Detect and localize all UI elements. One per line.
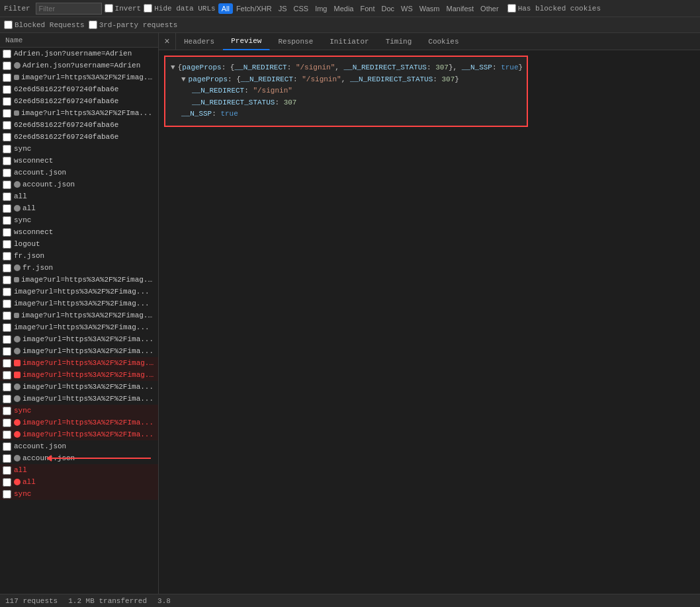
filter-btn-css[interactable]: CSS xyxy=(290,3,312,14)
tab-cookies[interactable]: Cookies xyxy=(420,33,467,50)
item-checkbox[interactable] xyxy=(3,204,11,213)
item-checkbox[interactable] xyxy=(3,490,11,499)
hide-data-urls-checkbox[interactable] xyxy=(144,4,152,13)
filter-btn-media[interactable]: Media xyxy=(330,3,357,14)
item-checkbox[interactable] xyxy=(3,97,11,106)
list-item[interactable]: sync xyxy=(0,214,158,226)
filter-btn-font[interactable]: Font xyxy=(357,3,378,14)
list-item[interactable]: all xyxy=(0,476,158,488)
item-checkbox[interactable] xyxy=(3,478,11,487)
item-checkbox[interactable] xyxy=(3,407,11,415)
list-item[interactable]: image?url=https%3A%2F%2Fima... xyxy=(0,345,158,357)
list-item[interactable]: image?url=https%3A%2F%2Fima... xyxy=(0,393,158,405)
list-item[interactable]: wsconnect xyxy=(0,226,158,238)
filter-btn-all[interactable]: All xyxy=(218,3,233,14)
item-checkbox[interactable] xyxy=(3,466,11,475)
list-item[interactable]: image?url=https%3A%2F%2FIma... xyxy=(0,428,158,440)
tab-preview[interactable]: Preview xyxy=(223,33,270,50)
item-checkbox[interactable] xyxy=(3,181,11,189)
item-checkbox[interactable] xyxy=(3,61,11,70)
list-item[interactable]: Adrien.json?username=Adrien xyxy=(0,60,158,71)
item-checkbox[interactable] xyxy=(3,323,11,332)
item-checkbox[interactable] xyxy=(3,169,11,177)
item-checkbox[interactable] xyxy=(3,264,11,272)
list-item[interactable]: fr.json xyxy=(0,250,158,262)
list-item[interactable]: image?url=https%3A%2F%2Fimag... xyxy=(0,274,158,286)
item-checkbox[interactable] xyxy=(3,109,11,118)
filter-input[interactable] xyxy=(36,3,102,15)
filter-btn-js[interactable]: JS xyxy=(275,3,290,14)
item-checkbox[interactable] xyxy=(3,252,11,261)
item-checkbox[interactable] xyxy=(3,430,11,439)
list-item[interactable]: image?url=https%3A%2F%2Fimag... xyxy=(0,298,158,309)
tab-response[interactable]: Response xyxy=(270,33,322,50)
list-item[interactable]: logout xyxy=(0,238,158,250)
list-item[interactable]: image?url=https%3A%2F%2Fimag... xyxy=(0,71,158,83)
item-checkbox[interactable] xyxy=(3,359,11,368)
filter-btn-wasm[interactable]: Wasm xyxy=(416,3,443,14)
third-party-checkbox[interactable] xyxy=(89,20,97,29)
has-blocked-cookies-label[interactable]: Has blocked cookies xyxy=(507,4,601,13)
list-item[interactable]: image?url=https%3A%2F%2Fima... xyxy=(0,381,158,393)
filter-btn-fetch/xhr[interactable]: Fetch/XHR xyxy=(233,3,275,14)
item-checkbox[interactable] xyxy=(3,240,11,249)
filter-btn-manifest[interactable]: Manifest xyxy=(443,3,478,14)
list-item[interactable]: all xyxy=(0,190,158,202)
list-item[interactable]: sync xyxy=(0,405,158,417)
item-checkbox[interactable] xyxy=(3,157,11,165)
invert-checkbox[interactable] xyxy=(105,4,113,13)
close-panel-button[interactable]: × xyxy=(159,33,176,50)
list-item[interactable]: 62e6d581622f697240faba6e xyxy=(0,95,158,107)
list-item[interactable]: 62e6d581622f697240faba6e xyxy=(0,131,158,143)
tab-initiator[interactable]: Initiator xyxy=(322,33,377,50)
tab-headers[interactable]: Headers xyxy=(176,33,223,50)
list-item[interactable]: image?url=https%3A%2F%2Fimag... xyxy=(0,357,158,369)
request-list-body[interactable]: Adrien.json?username=AdrienAdrien.json?u… xyxy=(0,48,158,594)
item-checkbox[interactable] xyxy=(3,85,11,94)
list-item[interactable]: Adrien.json?username=Adrien xyxy=(0,48,158,60)
invert-checkbox-label[interactable]: Invert xyxy=(105,4,142,13)
filter-btn-doc[interactable]: Doc xyxy=(378,3,398,14)
item-checkbox[interactable] xyxy=(3,371,11,380)
filter-btn-other[interactable]: Other xyxy=(477,3,502,14)
item-checkbox[interactable] xyxy=(3,419,11,427)
list-item[interactable]: image?url=https%3A%2F%2FIma... xyxy=(0,417,158,428)
tab-timing[interactable]: Timing xyxy=(378,33,421,50)
item-checkbox[interactable] xyxy=(3,228,11,237)
third-party-label[interactable]: 3rd-party requests xyxy=(89,20,178,29)
item-checkbox[interactable] xyxy=(3,442,11,451)
list-item[interactable]: account.json xyxy=(0,179,158,190)
list-item[interactable]: image?url=https%3A%2F%2Fimag... xyxy=(0,369,158,381)
list-item[interactable]: all xyxy=(0,202,158,214)
list-item[interactable]: image?url=https%3A%2F%2Fima... xyxy=(0,333,158,345)
list-item[interactable]: image?url=https%3A%2F%2Fimag... xyxy=(0,286,158,298)
item-checkbox[interactable] xyxy=(3,121,11,130)
list-item[interactable]: all xyxy=(0,464,158,476)
item-checkbox[interactable] xyxy=(3,454,11,463)
list-item[interactable]: image?url=https%3A%2F%2Fimag... xyxy=(0,309,158,321)
item-checkbox[interactable] xyxy=(3,216,11,225)
filter-btn-img[interactable]: Img xyxy=(312,3,330,14)
list-item[interactable]: 62e6d581622f697240faba6e xyxy=(0,119,158,131)
blocked-requests-label[interactable]: Blocked Requests xyxy=(4,20,85,29)
item-checkbox[interactable] xyxy=(3,73,11,82)
item-checkbox[interactable] xyxy=(3,383,11,391)
item-checkbox[interactable] xyxy=(3,335,11,344)
item-checkbox[interactable] xyxy=(3,347,11,356)
list-item[interactable]: wsconnect xyxy=(0,155,158,167)
item-checkbox[interactable] xyxy=(3,145,11,153)
filter-btn-ws[interactable]: WS xyxy=(398,3,416,14)
item-checkbox[interactable] xyxy=(3,288,11,296)
item-checkbox[interactable] xyxy=(3,50,11,58)
root-expand-triangle[interactable]: ▼ xyxy=(171,62,175,74)
list-item[interactable]: account.json xyxy=(0,440,158,452)
list-item[interactable]: image?url=https%3A%2F%2FIma... xyxy=(0,107,158,119)
has-blocked-cookies-checkbox[interactable] xyxy=(507,4,516,13)
blocked-requests-checkbox[interactable] xyxy=(4,20,13,29)
hide-data-urls-checkbox-label[interactable]: Hide data URLs xyxy=(144,4,215,13)
list-item[interactable]: sync xyxy=(0,488,158,500)
list-item[interactable]: fr.json xyxy=(0,262,158,274)
item-checkbox[interactable] xyxy=(3,133,11,142)
item-checkbox[interactable] xyxy=(3,300,11,308)
item-checkbox[interactable] xyxy=(3,395,11,403)
